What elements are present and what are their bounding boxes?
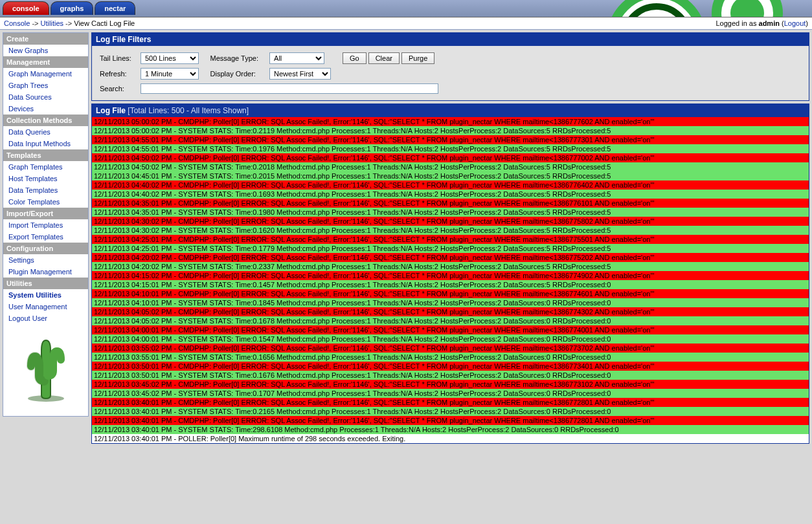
sidebar-item-graph-templates[interactable]: Graph Templates bbox=[3, 161, 88, 173]
log-row: 12/11/2013 04:50:02 PM - SYSTEM STATS: T… bbox=[92, 162, 809, 171]
sidebar-section-collection: Collection Methods bbox=[3, 115, 88, 126]
log-header: Log File [Total Lines: 500 - All Items S… bbox=[92, 104, 809, 117]
filters-header: Log File Filters bbox=[92, 33, 809, 46]
log-row: 12/11/2013 03:50:01 PM - SYSTEM STATS: T… bbox=[92, 371, 809, 380]
log-row: 12/11/2013 05:00:02 PM - CMDPHP: Poller[… bbox=[92, 117, 809, 126]
sidebar-item-data-queries[interactable]: Data Queries bbox=[3, 126, 88, 138]
log-row: 12/11/2013 04:10:01 PM - SYSTEM STATS: T… bbox=[92, 298, 809, 307]
log-header-sub: [Total Lines: 500 - All Items Shown] bbox=[128, 106, 249, 115]
log-row: 12/11/2013 03:40:01 PM - POLLER: Poller[… bbox=[92, 434, 809, 443]
sidebar-item-export-templates[interactable]: Export Templates bbox=[3, 231, 88, 243]
sidebar-item-data-sources[interactable]: Data Sources bbox=[3, 91, 88, 103]
message-type-select[interactable]: All bbox=[269, 52, 324, 64]
message-type-label: Message Type: bbox=[207, 51, 265, 65]
log-row: 12/11/2013 04:00:01 PM - CMDPHP: Poller[… bbox=[92, 325, 809, 334]
sidebar-item-plugin-management[interactable]: Plugin Management bbox=[3, 266, 88, 278]
log-panel: Log File [Total Lines: 500 - All Items S… bbox=[91, 104, 809, 444]
log-header-title: Log File bbox=[96, 106, 126, 115]
log-row: 12/11/2013 04:35:01 PM - CMDPHP: Poller[… bbox=[92, 199, 809, 208]
sidebar-item-new-graphs[interactable]: New Graphs bbox=[3, 45, 88, 56]
log-row: 12/11/2013 04:05:02 PM - SYSTEM STATS: T… bbox=[92, 316, 809, 325]
clear-button[interactable]: Clear bbox=[368, 52, 400, 64]
display-order-label: Display Order: bbox=[207, 67, 265, 81]
filters-panel: Log File Filters Tail Lines: 500 Lines M… bbox=[91, 32, 809, 101]
log-row: 12/11/2013 04:15:01 PM - SYSTEM STATS: T… bbox=[92, 280, 809, 289]
log-row: 12/11/2013 03:55:02 PM - CMDPHP: Poller[… bbox=[92, 344, 809, 353]
tab-graphs[interactable]: graphs bbox=[51, 1, 94, 15]
sidebar-section-management: Management bbox=[3, 56, 88, 68]
logout-link[interactable]: Logout bbox=[784, 19, 806, 27]
sidebar-item-settings[interactable]: Settings bbox=[3, 254, 88, 266]
log-row: 12/11/2013 04:55:01 PM - CMDPHP: Poller[… bbox=[92, 135, 809, 144]
sidebar-item-graph-trees[interactable]: Graph Trees bbox=[3, 80, 88, 91]
breadcrumb-current: View Cacti Log File bbox=[74, 19, 135, 27]
sidebar-item-import-templates[interactable]: Import Templates bbox=[3, 219, 88, 231]
tail-lines-label: Tail Lines: bbox=[96, 51, 135, 65]
banner-art-icon bbox=[592, 0, 812, 17]
sidebar-item-color-templates[interactable]: Color Templates bbox=[3, 196, 88, 208]
tab-console[interactable]: console bbox=[3, 1, 49, 15]
log-row: 12/11/2013 04:40:02 PM - CMDPHP: Poller[… bbox=[92, 180, 809, 190]
log-row: 12/11/2013 04:00:01 PM - SYSTEM STATS: T… bbox=[92, 334, 809, 344]
sidebar-item-data-templates[interactable]: Data Templates bbox=[3, 184, 88, 196]
sidebar-item-graph-management[interactable]: Graph Management bbox=[3, 68, 88, 80]
sidebar-item-system-utilities[interactable]: System Utilities bbox=[3, 289, 88, 301]
log-row: 12/11/2013 03:40:01 PM - SYSTEM STATS: T… bbox=[92, 425, 809, 434]
tab-bar: console graphs nectar bbox=[3, 1, 135, 15]
breadcrumb-sep: -> bbox=[65, 19, 72, 27]
log-row: 12/11/2013 03:40:01 PM - CMDPHP: Poller[… bbox=[92, 398, 809, 407]
sidebar-item-logout-user[interactable]: Logout User bbox=[3, 312, 88, 324]
search-input[interactable] bbox=[141, 83, 438, 94]
sidebar-section-templates: Templates bbox=[3, 149, 88, 161]
sidebar-section-import-export: Import/Export bbox=[3, 208, 88, 219]
log-row: 12/11/2013 04:05:02 PM - CMDPHP: Poller[… bbox=[92, 307, 809, 316]
sidebar-section-configuration: Configuration bbox=[3, 243, 88, 254]
sidebar-section-create: Create bbox=[3, 33, 88, 45]
log-row: 12/11/2013 04:35:01 PM - SYSTEM STATS: T… bbox=[92, 208, 809, 217]
sidebar-item-user-management[interactable]: User Management bbox=[3, 301, 88, 312]
breadcrumb-sep: -> bbox=[32, 19, 38, 27]
log-row: 12/11/2013 04:50:02 PM - CMDPHP: Poller[… bbox=[92, 153, 809, 162]
logged-in-user: admin bbox=[759, 19, 780, 27]
log-row: 12/11/2013 05:00:02 PM - SYSTEM STATS: T… bbox=[92, 126, 809, 135]
svg-point-3 bbox=[730, 0, 764, 17]
log-row: 12/11/2013 03:50:01 PM - CMDPHP: Poller[… bbox=[92, 362, 809, 371]
log-row: 12/11/2013 03:40:01 PM - SYSTEM STATS: T… bbox=[92, 407, 809, 416]
go-button[interactable]: Go bbox=[343, 52, 367, 64]
top-banner: console graphs nectar bbox=[0, 0, 812, 17]
sidebar-item-data-input-methods[interactable]: Data Input Methods bbox=[3, 138, 88, 149]
log-row: 12/11/2013 04:20:02 PM - CMDPHP: Poller[… bbox=[92, 253, 809, 262]
purge-button[interactable]: Purge bbox=[401, 52, 434, 64]
log-row: 12/11/2013 04:20:02 PM - SYSTEM STATS: T… bbox=[92, 262, 809, 271]
log-row: 12/11/2013 04:45:01 PM - SYSTEM STATS: T… bbox=[92, 171, 809, 180]
logged-in-area: Logged in as admin (Logout) bbox=[716, 19, 808, 27]
breadcrumb-bar: Console -> Utilities -> View Cacti Log F… bbox=[0, 17, 812, 30]
cactus-logo-icon bbox=[3, 324, 88, 416]
tab-nectar[interactable]: nectar bbox=[95, 1, 135, 15]
tail-lines-select[interactable]: 500 Lines bbox=[141, 52, 199, 64]
log-row: 12/11/2013 04:40:02 PM - SYSTEM STATS: T… bbox=[92, 190, 809, 199]
log-row: 12/11/2013 04:30:02 PM - SYSTEM STATS: T… bbox=[92, 226, 809, 235]
log-row: 12/11/2013 04:10:01 PM - CMDPHP: Poller[… bbox=[92, 289, 809, 298]
log-row: 12/11/2013 03:45:02 PM - CMDPHP: Poller[… bbox=[92, 380, 809, 389]
search-label: Search: bbox=[96, 82, 135, 95]
sidebar: Create New Graphs Management Graph Manag… bbox=[3, 32, 89, 417]
log-row: 12/11/2013 04:25:01 PM - CMDPHP: Poller[… bbox=[92, 235, 809, 244]
log-row: 12/11/2013 04:15:02 PM - CMDPHP: Poller[… bbox=[92, 271, 809, 280]
breadcrumb: Console -> Utilities -> View Cacti Log F… bbox=[4, 19, 135, 27]
display-order-select[interactable]: Newest First bbox=[269, 68, 331, 80]
refresh-select[interactable]: 1 Minute bbox=[141, 68, 199, 80]
breadcrumb-utilities[interactable]: Utilities bbox=[41, 19, 63, 27]
sidebar-item-devices[interactable]: Devices bbox=[3, 103, 88, 115]
breadcrumb-console[interactable]: Console bbox=[4, 19, 30, 27]
sidebar-item-host-templates[interactable]: Host Templates bbox=[3, 173, 88, 184]
log-row: 12/11/2013 03:40:01 PM - CMDPHP: Poller[… bbox=[92, 416, 809, 425]
log-row: 12/11/2013 04:30:02 PM - CMDPHP: Poller[… bbox=[92, 217, 809, 226]
log-body: 12/11/2013 05:00:02 PM - CMDPHP: Poller[… bbox=[92, 117, 809, 443]
main-content: Log File Filters Tail Lines: 500 Lines M… bbox=[91, 32, 809, 446]
sidebar-section-utilities: Utilities bbox=[3, 278, 88, 289]
refresh-label: Refresh: bbox=[96, 67, 135, 81]
logged-in-prefix: Logged in as bbox=[716, 19, 758, 27]
log-row: 12/11/2013 03:45:02 PM - SYSTEM STATS: T… bbox=[92, 389, 809, 398]
log-row: 12/11/2013 04:25:01 PM - SYSTEM STATS: T… bbox=[92, 244, 809, 253]
